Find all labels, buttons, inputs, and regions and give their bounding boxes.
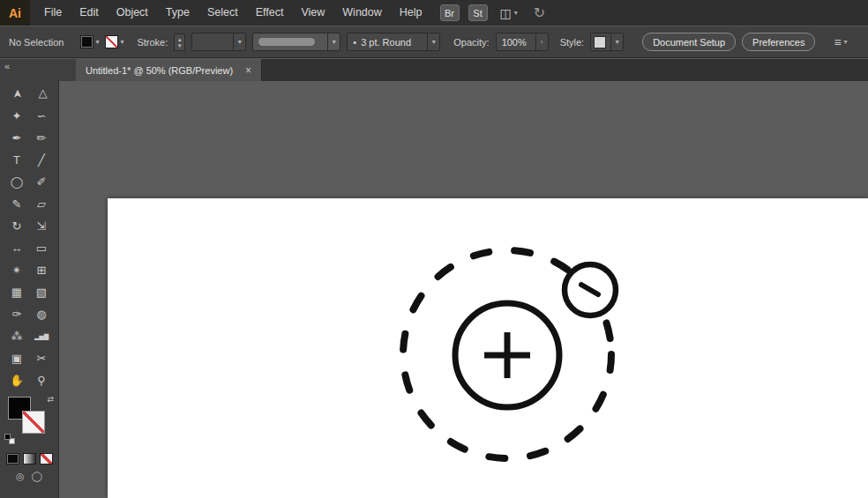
stroke-color-control[interactable]: ▾ — [105, 35, 123, 48]
curvature-tool[interactable]: ✏ — [29, 127, 54, 149]
direct-selection-tool[interactable]: ▷ — [31, 82, 53, 107]
workspace-switcher[interactable]: ◫ ▾ — [500, 6, 518, 20]
menu-file[interactable]: File — [35, 0, 71, 26]
free-transform-tool[interactable]: ▭ — [29, 237, 54, 259]
align-icon: ≡ — [834, 35, 841, 49]
line-segment-tool[interactable]: ╱ — [29, 149, 54, 171]
artboard[interactable] — [108, 198, 868, 498]
control-bar: No Selection ▾ ▾ Stroke: ▴ ▾ ▾ ▾ • 3 pt.… — [0, 26, 868, 58]
zoom-tool[interactable]: ⚲ — [29, 369, 54, 391]
ellipse-tool[interactable]: ◯ — [4, 171, 29, 193]
opacity-panel-arrow-icon[interactable]: › — [535, 33, 548, 50]
stepper-down-icon[interactable]: ▾ — [178, 42, 182, 48]
chevron-down-icon: ▾ — [95, 38, 99, 46]
chevron-down-icon[interactable]: ▾ — [427, 33, 439, 50]
fill-color-swatch[interactable] — [80, 35, 94, 48]
menu-object[interactable]: Object — [108, 0, 157, 26]
gradient-mode-button[interactable] — [23, 453, 36, 465]
draw-behind-mode-icon[interactable]: ◯ — [32, 471, 42, 482]
menu-select[interactable]: Select — [198, 0, 247, 26]
width-profile-preview-wrap — [253, 38, 327, 46]
stroke-weight-stepper[interactable]: ▴ ▾ — [174, 33, 185, 51]
chevron-down-icon: ▾ — [844, 38, 848, 46]
draw-normal-mode-icon[interactable]: ◎ — [16, 471, 25, 482]
menu-view[interactable]: View — [292, 0, 333, 26]
graphic-style-combo[interactable]: ▾ — [590, 33, 624, 51]
mesh-tool[interactable]: ▦ — [4, 281, 29, 303]
style-label: Style: — [560, 37, 585, 48]
chevron-down-icon: ▾ — [120, 38, 123, 46]
hand-tool[interactable]: ✋ — [4, 369, 29, 391]
artwork-atom-icon — [108, 198, 868, 498]
opacity-value: 100% — [497, 37, 535, 48]
variable-width-profile-combo[interactable]: ▾ — [252, 33, 340, 51]
pencil-tool[interactable]: ✎ — [4, 193, 29, 215]
swap-fill-stroke-icon[interactable]: ⇄ — [47, 395, 54, 404]
color-mode-button[interactable] — [6, 453, 19, 465]
chevron-down-icon[interactable]: ▾ — [233, 33, 245, 50]
none-mode-button[interactable] — [40, 453, 53, 465]
brush-name: 3 pt. Round — [361, 37, 411, 48]
eraser-tool[interactable]: ▱ — [29, 193, 54, 215]
eyedropper-tool[interactable]: ✑ — [4, 303, 29, 325]
illustrator-logo-icon: Ai — [0, 0, 30, 26]
menu-edit[interactable]: Edit — [71, 0, 108, 26]
magic-wand-tool[interactable]: ✦ — [4, 105, 29, 127]
gradient-tool[interactable]: ▧ — [29, 281, 54, 303]
paintbrush-tool[interactable]: ✐ — [29, 171, 54, 193]
type-tool[interactable]: T — [4, 149, 29, 171]
color-gradient-none-row — [6, 453, 53, 465]
canvas-pasteboard[interactable] — [59, 81, 868, 498]
chevron-down-icon: ▾ — [514, 9, 518, 17]
menu-help[interactable]: Help — [391, 0, 431, 26]
shape-builder-tool[interactable]: ✴ — [4, 259, 29, 281]
menu-bar: Ai FileEditObjectTypeSelectEffectViewWin… — [0, 0, 868, 26]
opacity-combo[interactable]: 100% › — [496, 33, 549, 51]
slice-tool[interactable]: ✂ — [29, 347, 54, 369]
tools-panel: ➤▷✦∽✒✏T╱◯✐✎▱↻⇲↔▭✴⊞▦▧✑◍⁂▂▅▇▣✂✋⚲ ⇄ ◎ ◯ — [0, 81, 59, 498]
sync-status-icon[interactable]: ↻ — [534, 4, 545, 21]
rotate-tool[interactable]: ↻ — [4, 215, 29, 237]
stock-button[interactable]: St — [468, 4, 488, 21]
stroke-color-swatch[interactable] — [105, 35, 118, 48]
perspective-grid-tool[interactable]: ⊞ — [29, 259, 54, 281]
selection-tool[interactable]: ➤ — [6, 82, 28, 107]
menu-type[interactable]: Type — [157, 0, 198, 26]
tools-grid: ➤▷✦∽✒✏T╱◯✐✎▱↻⇲↔▭✴⊞▦▧✑◍⁂▂▅▇▣✂✋⚲ — [4, 83, 54, 391]
lasso-tool[interactable]: ∽ — [29, 105, 54, 127]
fill-color-control[interactable]: ▾ — [80, 35, 99, 48]
brush-preview-dot: • — [353, 37, 356, 48]
workspace-layout-icon: ◫ — [500, 6, 512, 20]
style-swatch-wrap — [591, 36, 610, 48]
close-icon[interactable]: × — [245, 64, 251, 77]
default-fill-stroke-icon[interactable] — [4, 434, 15, 444]
menu-list: FileEditObjectTypeSelectEffectViewWindow… — [35, 0, 431, 26]
draw-modes-row: ◎ ◯ — [16, 471, 42, 482]
preferences-button[interactable]: Preferences — [742, 33, 815, 51]
document-tab-title: Untitled-1* @ 50% (RGB/Preview) — [86, 65, 233, 76]
symbol-sprayer-tool[interactable]: ⁂ — [4, 325, 29, 347]
bridge-button[interactable]: Br — [440, 4, 460, 21]
document-setup-button[interactable]: Document Setup — [642, 33, 736, 51]
pen-tool[interactable]: ✒ — [4, 127, 29, 149]
menu-window[interactable]: Window — [333, 0, 390, 26]
artboard-tool[interactable]: ▣ — [4, 347, 29, 369]
panel-collapse-zone: « — [0, 59, 76, 81]
column-graph-tool[interactable]: ▂▅▇ — [29, 325, 54, 347]
align-options[interactable]: ≡ ▾ — [834, 35, 847, 49]
document-tab[interactable]: Untitled-1* @ 50% (RGB/Preview) × — [76, 59, 262, 81]
stroke-indicator-swatch[interactable] — [22, 411, 45, 434]
brush-definition-combo[interactable]: • 3 pt. Round ▾ — [347, 33, 440, 51]
scale-tool[interactable]: ⇲ — [29, 215, 54, 237]
blend-tool[interactable]: ◍ — [29, 303, 54, 325]
stepper-up-icon[interactable]: ▴ — [178, 36, 182, 42]
chevron-down-icon[interactable]: ▾ — [610, 33, 623, 50]
width-tool[interactable]: ↔ — [4, 237, 29, 259]
selection-status: No Selection — [9, 37, 64, 48]
chevron-down-icon[interactable]: ▾ — [327, 33, 340, 50]
document-tab-strip: « Untitled-1* @ 50% (RGB/Preview) × — [0, 59, 868, 81]
stroke-weight-combo[interactable]: ▾ — [191, 33, 246, 51]
collapse-panels-icon[interactable]: « — [4, 61, 10, 71]
uniform-profile-preview — [258, 38, 315, 46]
menu-effect[interactable]: Effect — [247, 0, 293, 26]
